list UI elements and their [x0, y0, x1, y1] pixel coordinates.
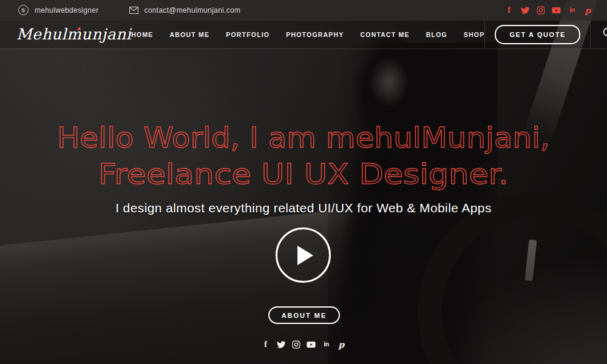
email-label: contact@mehulmunjani.com: [144, 6, 241, 15]
youtube-icon[interactable]: [307, 340, 316, 349]
email-contact-link[interactable]: contact@mehulmunjani.com: [129, 5, 241, 15]
hero-heading: Hello World, I am mehulMunjani, Freelanc…: [0, 113, 607, 198]
twitter-icon[interactable]: [276, 340, 285, 349]
skype-icon: S: [18, 5, 29, 15]
skype-contact-link[interactable]: S mehulwebdesigner: [18, 5, 99, 15]
twitter-icon[interactable]: [520, 5, 529, 15]
youtube-icon[interactable]: [552, 5, 561, 15]
search-icon: [602, 27, 607, 42]
envelope-icon: [129, 5, 138, 15]
menu-item-portfolio[interactable]: PORTFOLIO: [226, 31, 270, 38]
pinterest-icon[interactable]: p: [583, 5, 592, 15]
get-a-quote-button[interactable]: GET A QUOTE: [495, 25, 580, 44]
menu-item-about-me[interactable]: ABOUT ME: [170, 31, 210, 38]
hero-subtitle: I design almost everything related UI/UX…: [0, 201, 607, 215]
site-logo-text: Mehulmunjani: [16, 25, 131, 43]
logo-red-dot: [78, 27, 81, 30]
top-contact-bar: S mehulwebdesigner contact@mehulmunjani.…: [0, 0, 607, 21]
linkedin-icon[interactable]: in: [322, 340, 331, 349]
linkedin-icon[interactable]: in: [568, 5, 577, 15]
menu-item-shop[interactable]: SHOP: [464, 31, 485, 38]
instagram-icon[interactable]: [291, 340, 300, 349]
search-button[interactable]: [591, 20, 607, 49]
landing-page: S mehulwebdesigner contact@mehulmunjani.…: [0, 0, 607, 364]
site-logo[interactable]: Mehulmunjani: [16, 25, 131, 43]
navbar-right-group: GET A QUOTE 0: [484, 20, 607, 49]
nav-divider: [484, 20, 485, 49]
menu-item-contact-me[interactable]: CONTACT ME: [361, 31, 410, 38]
main-menu: HOME ABOUT ME PORTFOLIO PHOTOGRAPHY CONT…: [131, 31, 484, 38]
pinterest-icon[interactable]: p: [337, 340, 346, 349]
hero-social-links: f in p: [0, 340, 607, 349]
play-icon: [297, 246, 313, 265]
hero-heading-line1: Hello World, I am mehulMunjani,: [57, 121, 550, 154]
facebook-icon[interactable]: f: [261, 340, 270, 349]
menu-item-photography[interactable]: PHOTOGRAPHY: [286, 31, 344, 38]
menu-item-blog[interactable]: BLOG: [426, 31, 447, 38]
skype-label: mehulwebdesigner: [35, 6, 99, 15]
facebook-icon[interactable]: f: [504, 5, 514, 15]
instagram-icon[interactable]: [536, 5, 545, 15]
main-navbar: Mehulmunjani HOME ABOUT ME PORTFOLIO PHO…: [0, 20, 607, 49]
about-me-button[interactable]: ABOUT ME: [268, 306, 340, 324]
hero-heading-line2: Freelance UI UX Designer.: [98, 157, 509, 190]
play-video-button[interactable]: [276, 228, 331, 283]
topbar-social-links: f in p: [504, 5, 592, 15]
menu-item-home[interactable]: HOME: [131, 31, 153, 38]
